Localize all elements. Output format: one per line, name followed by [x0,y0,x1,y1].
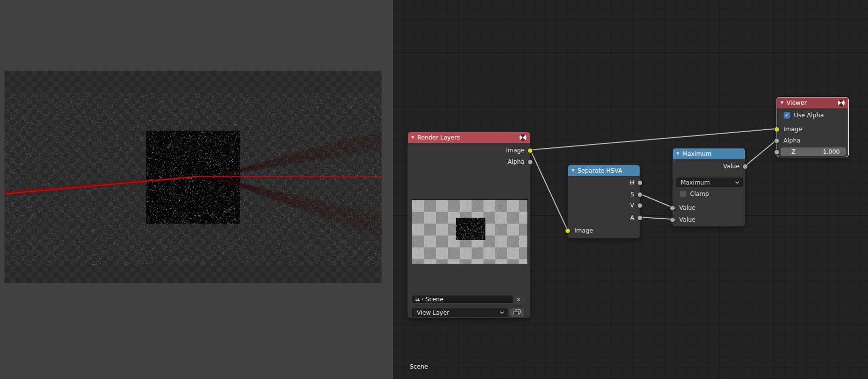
chevron-down-icon: ▾ [422,297,424,301]
output-label-v: V [630,201,634,210]
render-layers-icon [513,309,521,316]
z-label: Z [781,148,823,155]
alpha-output-socket[interactable] [527,159,533,165]
material-preview-icon [520,134,526,141]
node-render-layers[interactable]: ▼ Render Layers Image Alpha ▾ Scene [407,132,530,318]
output-label-h: H [630,178,634,187]
scene-icon [415,296,421,302]
node-header[interactable]: ▼ Maximum [673,148,745,159]
link-value-to-alpha [745,140,777,166]
blender-window: ▼ Render Layers Image Alpha ▾ Scene [0,0,868,379]
scene-datablock-icon[interactable]: ▾ [412,295,426,303]
check-icon: ✓ [784,112,790,118]
v-output-socket[interactable] [637,203,643,208]
view-layer-dropdown[interactable]: View Layer [412,308,508,317]
value-output-socket[interactable] [742,164,748,169]
view-layer-name: View Layer [417,309,500,316]
z-input-socket[interactable] [774,149,780,155]
s-output-socket[interactable] [637,192,643,197]
scene-name: Scene [426,296,513,303]
image-input-socket[interactable] [565,228,570,234]
value2-input-socket[interactable] [670,217,675,223]
output-label-image: Image [506,146,524,155]
new-view-layer-button[interactable] [510,308,524,317]
image-viewport [0,0,393,379]
operation-name: Maximum [681,179,735,186]
output-label-value: Value [723,162,739,171]
collapse-triangle-icon[interactable]: ▼ [411,132,414,143]
input-label-alpha: Alpha [783,136,800,145]
node-title: Separate HSVA [577,167,622,174]
breadcrumb-scene: Scene [410,363,428,370]
node-title: Render Layers [417,134,460,141]
value1-input-socket[interactable] [670,205,675,211]
input-label-value2: Value [679,215,695,224]
node-header[interactable]: ▼ Render Layers [408,132,530,143]
output-label-alpha: Alpha [508,157,524,166]
collapse-triangle-icon[interactable]: ▼ [781,97,783,108]
chevron-down-icon [735,181,739,184]
clear-scene-button[interactable]: ✕ [513,295,524,303]
image-output-socket[interactable] [527,148,533,153]
node-header[interactable]: ▼ Viewer [777,97,848,108]
link-a-to-value2 [640,217,672,219]
use-alpha-label: Use Alpha [794,111,824,120]
node-header[interactable]: ▼ Separate HSVA [568,165,640,176]
a-output-socket[interactable] [637,215,643,221]
scene-selector-field[interactable]: ▾ Scene ✕ [412,295,524,304]
chevron-down-icon [500,311,504,314]
alpha-input-socket[interactable] [774,138,780,143]
image-input-socket[interactable] [774,127,780,132]
math-operation-dropdown[interactable]: Maximum [676,178,743,187]
h-output-socket[interactable] [637,180,643,186]
link-s-to-value1 [640,194,672,207]
z-value-field[interactable]: Z 1.000 [781,147,846,156]
node-title: Viewer [786,99,807,106]
z-value: 1.000 [823,148,846,155]
output-label-a: A [630,213,634,222]
collapse-triangle-icon[interactable]: ▼ [676,148,679,159]
input-label-image: Image [574,226,593,235]
clamp-label: Clamp [690,190,709,198]
compositor-node-editor[interactable]: ▼ Render Layers Image Alpha ▾ Scene [393,0,868,379]
collapse-triangle-icon[interactable]: ▼ [571,165,574,176]
clamp-checkbox[interactable]: ✓ [680,190,687,197]
node-title: Maximum [682,150,711,157]
node-maximum[interactable]: ▼ Maximum Value Maximum ✓ Clamp Value Va… [672,148,745,227]
link-image-to-viewer [530,129,777,150]
node-preview-thumbnail [412,199,528,264]
input-label-value1: Value [679,203,695,212]
link-image-to-separate [530,150,567,230]
node-separate-hsva[interactable]: ▼ Separate HSVA H S V A Image [567,165,640,238]
output-label-s: S [630,190,634,199]
use-alpha-checkbox[interactable]: ✓ [783,112,790,119]
material-preview-icon [838,99,845,106]
node-viewer[interactable]: ▼ Viewer ✓ Use Alpha Image Alpha Z 1.000 [777,97,849,157]
input-label-image: Image [783,125,802,134]
render-result-image [4,71,382,283]
